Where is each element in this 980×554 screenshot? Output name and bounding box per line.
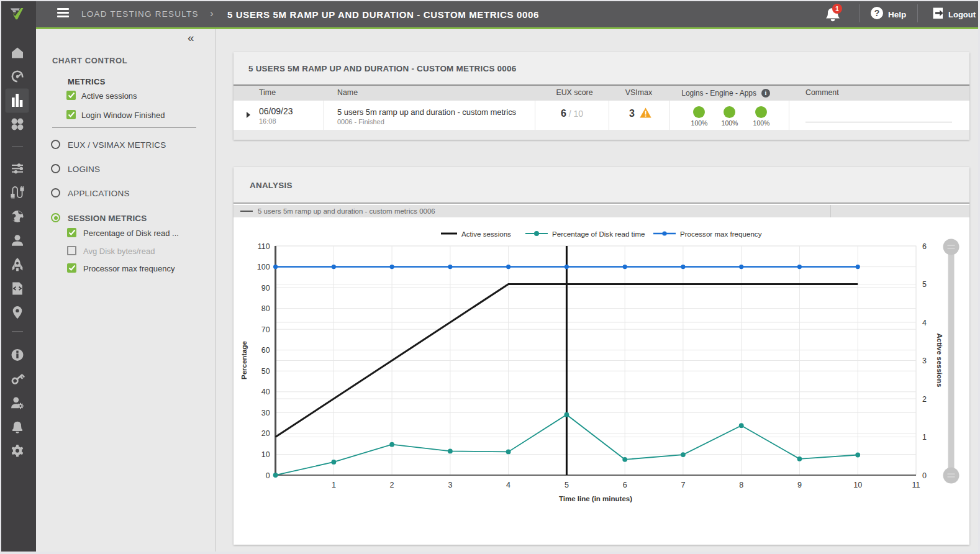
svg-text:0: 0 (266, 471, 270, 480)
svg-text:80: 80 (261, 304, 270, 313)
svg-text:8: 8 (739, 481, 743, 489)
svg-text:2: 2 (390, 481, 394, 489)
svg-text:20: 20 (261, 429, 270, 438)
svg-text:1: 1 (332, 481, 336, 489)
svg-text:7: 7 (681, 481, 685, 489)
svg-text:Active sessions: Active sessions (461, 230, 511, 238)
svg-text:110: 110 (258, 242, 270, 251)
svg-text:Active sessions: Active sessions (936, 334, 943, 388)
svg-text:6: 6 (922, 242, 927, 251)
svg-text:100: 100 (257, 263, 270, 271)
svg-text:1: 1 (922, 433, 927, 442)
svg-text:60: 60 (261, 346, 270, 355)
svg-text:6: 6 (623, 481, 627, 489)
svg-text:Processor max frequency: Processor max frequency (680, 230, 762, 238)
svg-text:Percentage of Disk read time: Percentage of Disk read time (552, 230, 645, 238)
svg-text:11: 11 (912, 481, 920, 489)
svg-text:3: 3 (448, 481, 452, 489)
svg-text:9: 9 (797, 481, 802, 489)
svg-text:70: 70 (261, 325, 270, 334)
svg-text:90: 90 (261, 284, 270, 293)
svg-text:Time line (in minutes): Time line (in minutes) (559, 495, 632, 502)
svg-text:0: 0 (922, 471, 927, 480)
svg-text:5: 5 (922, 280, 927, 289)
svg-text:10: 10 (261, 450, 270, 459)
svg-text:Percentage: Percentage (240, 341, 248, 379)
svg-text:2: 2 (922, 395, 927, 404)
svg-text:30: 30 (261, 409, 270, 417)
svg-text:50: 50 (261, 367, 270, 376)
svg-text:3: 3 (922, 356, 927, 365)
svg-text:10: 10 (853, 481, 862, 489)
svg-text:4: 4 (922, 319, 927, 327)
svg-text:5: 5 (565, 481, 569, 489)
svg-text:4: 4 (506, 481, 510, 489)
svg-text:40: 40 (261, 388, 270, 396)
